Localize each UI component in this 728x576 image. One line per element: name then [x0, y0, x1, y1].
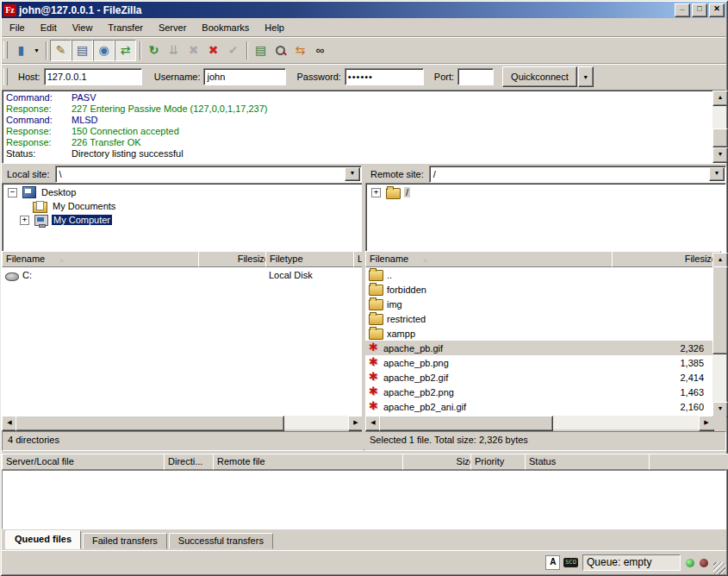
scroll-up-button[interactable]: ▲ — [712, 91, 728, 106]
disconnect-button[interactable]: ✖ — [203, 41, 223, 60]
tree-item-my-documents[interactable]: My Documents — [3, 199, 363, 213]
remote-site-combo[interactable]: / ▼ — [429, 166, 726, 183]
toggle-remote-tree-button[interactable]: ◉ — [93, 40, 115, 61]
file-row[interactable]: xampp — [365, 326, 712, 341]
transfer-queue-list[interactable] — [2, 470, 726, 529]
find-files-button[interactable]: ∞ — [310, 41, 330, 60]
site-manager-dropdown-button[interactable]: ▼ — [31, 41, 42, 60]
file-row[interactable]: ✱ apache_pb2.gif 2,414 — [365, 370, 712, 385]
column-header-filetype[interactable]: Filetype — [265, 251, 362, 267]
folder-icon — [369, 314, 383, 325]
resize-grip[interactable] — [713, 562, 725, 574]
column-header-status[interactable]: Status — [525, 454, 657, 470]
close-button[interactable]: ✕ — [709, 3, 725, 17]
menu-view[interactable]: View — [65, 21, 101, 34]
file-name: restricted — [387, 314, 426, 324]
my-computer-icon — [34, 215, 48, 226]
toggle-message-log-button[interactable]: ✎ — [50, 40, 72, 61]
column-header-filename[interactable]: Filename ▵ — [2, 251, 207, 267]
toolbar-grip[interactable] — [3, 41, 8, 59]
tree-item-my-computer[interactable]: + My Computer — [3, 213, 363, 227]
file-row[interactable]: .. — [365, 267, 712, 282]
host-input[interactable] — [44, 68, 142, 85]
tree-item-desktop[interactable]: − Desktop — [3, 185, 363, 199]
file-size: 2,414 — [680, 373, 704, 383]
column-header-filesize[interactable]: Filesize — [198, 251, 274, 267]
quickconnect-grip[interactable] — [3, 68, 8, 85]
remote-hscrollbar-thumb[interactable] — [379, 416, 553, 431]
username-input[interactable] — [203, 68, 286, 85]
folder-icon — [369, 285, 383, 296]
window-title: john@127.0.0.1 - FileZilla — [19, 4, 673, 16]
port-input[interactable] — [457, 68, 494, 85]
transfer-type-indicator-icon[interactable]: A — [545, 555, 560, 570]
filter-listing-button[interactable]: ▤ — [251, 41, 271, 60]
reconnect-icon: ✔ — [228, 43, 239, 57]
column-header-remote-file[interactable]: Remote file — [213, 454, 411, 470]
menu-server[interactable]: Server — [151, 21, 194, 34]
local-file-list: C: Local Disk — [2, 267, 362, 416]
directory-comparison-button[interactable] — [271, 41, 290, 60]
disconnect-icon: ✖ — [208, 43, 219, 57]
local-hscrollbar-thumb[interactable] — [16, 416, 284, 431]
quickconnect-bar: Host: Username: Password: Port: Quickcon… — [2, 63, 726, 90]
message-log[interactable]: Command:PASV Response:227 Entering Passi… — [2, 90, 726, 164]
synchronized-browsing-button[interactable]: ⇆ — [290, 41, 310, 60]
title-bar[interactable]: Fz john@127.0.0.1 - FileZilla _ □ ✕ — [2, 2, 726, 18]
file-row[interactable]: ✱ apache_pb.png 1,385 — [365, 355, 712, 370]
menu-file[interactable]: File — [2, 21, 33, 34]
password-input[interactable] — [345, 68, 424, 85]
remote-vscrollbar-thumb[interactable] — [712, 266, 728, 354]
file-row[interactable]: ✱ apache_pb2_ani.gif 2,160 — [365, 399, 712, 414]
file-row[interactable]: forbidden — [365, 282, 712, 297]
queue-status-panel: Queue: empty — [582, 554, 681, 571]
image-file-icon: ✱ — [369, 372, 380, 383]
local-site-combo[interactable]: \ ▼ — [55, 166, 362, 183]
tab-failed-transfers[interactable]: Failed transfers — [83, 533, 167, 549]
expand-icon[interactable]: + — [20, 216, 29, 225]
log-line: Response:150 Connection accepted — [3, 126, 725, 137]
file-name: apache_pb.png — [383, 358, 449, 368]
menu-transfer[interactable]: Transfer — [100, 21, 151, 34]
binoculars-icon: ∞ — [316, 43, 325, 57]
toggle-transfer-queue-button[interactable]: ⇄ — [115, 40, 136, 61]
quickconnect-button[interactable]: Quickconnect — [502, 66, 577, 87]
site-manager-button[interactable]: ▮ — [11, 41, 31, 60]
refresh-icon: ↻ — [149, 43, 159, 57]
minimize-button[interactable]: _ — [675, 3, 690, 17]
collapse-icon[interactable]: − — [8, 188, 17, 197]
expand-icon[interactable]: + — [371, 188, 381, 197]
refresh-button[interactable]: ↻ — [144, 41, 164, 60]
process-queue-button[interactable]: ⇊ — [164, 41, 184, 60]
file-size: 2,160 — [680, 402, 704, 412]
column-header-filename[interactable]: Filename ▵ — [365, 251, 620, 267]
quickconnect-dropdown-button[interactable]: ▼ — [578, 66, 594, 87]
file-row-local-disk[interactable]: C: Local Disk — [2, 267, 362, 282]
file-name: apache_pb2_ani.gif — [383, 402, 466, 412]
file-row[interactable]: img — [365, 297, 712, 311]
column-header-size[interactable]: Size — [402, 454, 479, 470]
chevron-down-icon[interactable]: ▼ — [345, 167, 360, 181]
tab-queued-files[interactable]: Queued files — [5, 530, 81, 549]
file-row[interactable]: restricted — [365, 311, 712, 326]
reconnect-button[interactable]: ✔ — [223, 41, 243, 60]
scroll-down-button[interactable]: ▼ — [712, 147, 728, 163]
file-row[interactable]: ✱ apache_pb2.png 1,463 — [365, 385, 712, 399]
pane-splitter[interactable] — [362, 165, 365, 449]
encryption-indicator-icon[interactable]: SCO — [563, 558, 578, 567]
cancel-operation-button[interactable]: ✖ — [184, 41, 203, 60]
menu-help[interactable]: Help — [257, 21, 292, 34]
log-scrollbar-thumb[interactable] — [712, 128, 728, 147]
tab-successful-transfers[interactable]: Successful transfers — [169, 533, 273, 549]
column-header-server-local-file[interactable]: Server/Local file — [2, 454, 172, 470]
menu-edit[interactable]: Edit — [33, 21, 65, 34]
menu-bookmarks[interactable]: Bookmarks — [194, 21, 257, 34]
chevron-down-icon[interactable]: ▼ — [709, 167, 725, 181]
column-header-filesize[interactable]: Filesize — [612, 251, 721, 267]
maximize-button[interactable]: □ — [692, 3, 707, 17]
file-row-selected[interactable]: ✱ apache_pb.gif 2,326 — [365, 341, 712, 355]
toggle-local-tree-button[interactable]: ▤ — [72, 40, 93, 61]
arrow-down-icon: ▼ — [718, 405, 724, 411]
tree-item-root[interactable]: + / — [366, 185, 725, 199]
arrow-left-icon: ◀ — [7, 419, 11, 425]
